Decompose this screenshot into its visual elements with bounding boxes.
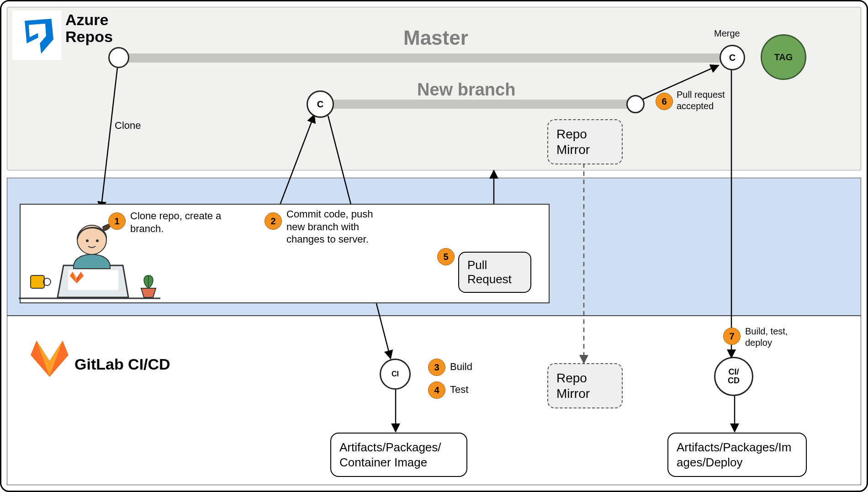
step-4-text: Test (450, 383, 468, 396)
branch-end-node (626, 95, 645, 113)
clone-label: Clone (115, 119, 141, 132)
ci-node: CI (380, 359, 411, 390)
gitlab-title: GitLab CI/CD (74, 355, 170, 373)
repo-mirror-top-text: Repo Mirror (556, 127, 590, 157)
artifacts-2-text: Artifacts/Packages/Im ages/Deploy (677, 440, 791, 469)
branch-commit-node: C (307, 90, 334, 118)
pull-request-text: Pull Request (467, 258, 512, 286)
step-3-text: Build (450, 360, 472, 373)
step-4-badge: 4 (428, 381, 445, 399)
repo-mirror-bottom: Repo Mirror (547, 363, 623, 408)
merge-label: Merge (714, 28, 740, 39)
tag-node: TAG (761, 34, 806, 80)
svg-rect-11 (31, 275, 44, 288)
step-6-badge: 6 (656, 93, 673, 110)
artifacts-box-2: Artifacts/Packages/Im ages/Deploy (667, 433, 807, 477)
azure-title-line2: Repos (65, 28, 113, 45)
step-7-badge: 7 (723, 328, 741, 345)
diagram-canvas: Azure Repos Master New branch C TAG Merg… (0, 0, 868, 492)
azure-repos-icon (12, 11, 62, 60)
step-5-badge: 5 (437, 248, 455, 265)
azure-repos-title: Azure Repos (65, 11, 113, 46)
step-1-badge: 1 (108, 212, 126, 230)
artifacts-box-1: Artifacts/Packages/ Container Image (330, 433, 467, 477)
step-1-text: Clone repo, create a branch. (130, 210, 221, 235)
step-6-text: Pull request accepted (677, 89, 725, 112)
svg-point-21 (96, 239, 99, 242)
step-7-text: Build, test, deploy (745, 326, 788, 349)
step-3-badge: 3 (428, 359, 445, 376)
master-branch-label: Master (403, 26, 468, 49)
svg-point-20 (86, 239, 89, 242)
azure-title-line1: Azure (65, 11, 108, 28)
gitlab-icon (28, 339, 71, 380)
step-2-badge: 2 (265, 212, 282, 230)
master-start-node (108, 47, 129, 68)
new-branch-label: New branch (417, 80, 515, 100)
pull-request-box: Pull Request (458, 252, 531, 293)
cicd-node: CI/ CD (714, 357, 753, 396)
artifacts-1-text: Artifacts/Packages/ Container Image (339, 440, 441, 469)
repo-mirror-top: Repo Mirror (547, 119, 623, 164)
repo-mirror-bottom-text: Repo Mirror (556, 371, 590, 401)
merge-commit-node: C (720, 45, 745, 70)
step-2-text: Commit code, push new branch with change… (286, 208, 373, 246)
